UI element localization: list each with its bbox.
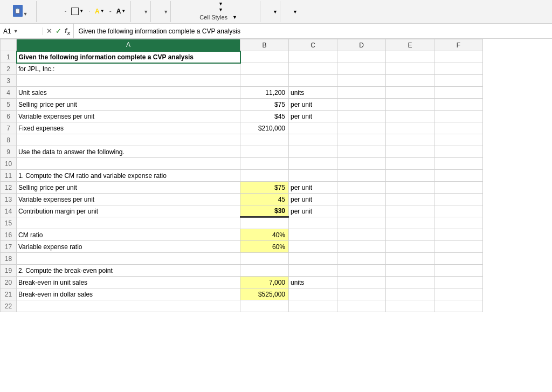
cell-16-c[interactable]: [289, 229, 337, 241]
col-header-c[interactable]: C: [289, 39, 337, 51]
cell-14-d[interactable]: [337, 205, 386, 217]
cell-21-c[interactable]: [289, 288, 337, 300]
cell-20-c[interactable]: units: [289, 277, 337, 288]
cell-14-e[interactable]: [386, 205, 434, 217]
number-button[interactable]: [156, 11, 162, 13]
cell-10-f[interactable]: [434, 158, 483, 170]
col-header-e[interactable]: E: [386, 39, 434, 51]
cell-6-a[interactable]: Variable expenses per unit: [17, 111, 240, 122]
cell-7-f[interactable]: [434, 122, 483, 134]
alignment-button[interactable]: [136, 11, 142, 13]
cell-20-d[interactable]: [337, 277, 386, 288]
cell-2-a[interactable]: for JPL, Inc.:: [17, 63, 240, 75]
cell-19-e[interactable]: [386, 265, 434, 277]
font-color-button[interactable]: A ▼: [114, 6, 129, 17]
cell-15-d[interactable]: [337, 217, 386, 229]
cell-13-f[interactable]: [434, 194, 483, 205]
cell-17-f[interactable]: [434, 241, 483, 253]
cell-22-b[interactable]: [240, 300, 289, 312]
cell-9-c[interactable]: [289, 146, 337, 158]
cell-1-b[interactable]: [240, 51, 289, 63]
cell-6-e[interactable]: [386, 111, 434, 122]
cell-7-d[interactable]: [337, 122, 386, 134]
insert-function-icon[interactable]: fx: [65, 26, 70, 36]
cell-2-c[interactable]: [289, 63, 337, 75]
cell-6-c[interactable]: per unit: [289, 111, 337, 122]
cell-16-b[interactable]: 40%: [240, 229, 289, 241]
cell-14-f[interactable]: [434, 205, 483, 217]
cell-4-e[interactable]: [386, 87, 434, 99]
cell-18-c[interactable]: [289, 253, 337, 265]
cell-11-a[interactable]: 1. Compute the CM ratio and variable exp…: [17, 170, 240, 182]
cell-18-b[interactable]: [240, 253, 289, 265]
cell-22-a[interactable]: [17, 300, 240, 312]
cell-7-a[interactable]: Fixed expenses: [17, 122, 240, 134]
cell-4-a[interactable]: Unit sales: [17, 87, 240, 99]
cell-10-b[interactable]: [240, 158, 289, 170]
cancel-formula-icon[interactable]: ✕: [46, 27, 52, 35]
cell-6-b[interactable]: $45: [240, 111, 289, 122]
cell-8-e[interactable]: [386, 134, 434, 146]
cell-12-c[interactable]: per unit: [289, 182, 337, 194]
underline-button[interactable]: [57, 10, 63, 13]
cell-7-c[interactable]: [289, 122, 337, 134]
cell-5-d[interactable]: [337, 99, 386, 111]
cell-20-f[interactable]: [434, 277, 483, 288]
cell-7-e[interactable]: [386, 122, 434, 134]
cell-11-d[interactable]: [337, 170, 386, 182]
confirm-formula-icon[interactable]: ✓: [56, 27, 61, 35]
cell-19-d[interactable]: [337, 265, 386, 277]
cell-8-c[interactable]: [289, 134, 337, 146]
bold-button[interactable]: [42, 10, 47, 13]
cell-4-d[interactable]: [337, 87, 386, 99]
cell-4-c[interactable]: units: [289, 87, 337, 99]
cell-9-a[interactable]: Use the data to answer the following.: [17, 146, 240, 158]
cell-2-f[interactable]: [434, 63, 483, 75]
cell-3-e[interactable]: [386, 75, 434, 87]
paste-button[interactable]: 📋 ▼: [10, 4, 31, 18]
cell-13-a[interactable]: Variable expenses per unit: [17, 194, 240, 205]
cell-22-d[interactable]: [337, 300, 386, 312]
cell-5-f[interactable]: [434, 99, 483, 111]
cell-7-b[interactable]: $210,000: [240, 122, 289, 134]
cell-13-c[interactable]: per unit: [289, 194, 337, 205]
cell-4-b[interactable]: 11,200: [240, 87, 289, 99]
cell-5-c[interactable]: per unit: [289, 99, 337, 111]
cell-14-b[interactable]: $30: [240, 205, 289, 217]
cell-8-a[interactable]: [17, 134, 240, 146]
format-as-table-button[interactable]: [211, 9, 216, 11]
cell-16-a[interactable]: CM ratio: [17, 229, 240, 241]
cell-15-f[interactable]: [434, 217, 483, 229]
cell-3-a[interactable]: [17, 75, 240, 87]
cell-13-d[interactable]: [337, 194, 386, 205]
col-header-b[interactable]: B: [240, 39, 289, 51]
cell-18-f[interactable]: [434, 253, 483, 265]
cell-1-c[interactable]: [289, 51, 337, 63]
cell-21-a[interactable]: Break-even in dollar sales: [17, 288, 240, 300]
cell-22-f[interactable]: [434, 300, 483, 312]
cell-12-b[interactable]: $75: [240, 182, 289, 194]
cell-4-f[interactable]: [434, 87, 483, 99]
cell-20-e[interactable]: [386, 277, 434, 288]
cell-9-b[interactable]: [240, 146, 289, 158]
border-button[interactable]: ▼: [68, 6, 86, 17]
cell-17-a[interactable]: Variable expense ratio: [17, 241, 240, 253]
cell-17-b[interactable]: 60%: [240, 241, 289, 253]
cell-15-a[interactable]: [17, 217, 240, 229]
cell-1-f[interactable]: [434, 51, 483, 63]
cell-10-c[interactable]: [289, 158, 337, 170]
cell-13-e[interactable]: [386, 194, 434, 205]
cell-3-f[interactable]: [434, 75, 483, 87]
cell-11-f[interactable]: [434, 170, 483, 182]
cell-2-b[interactable]: [240, 63, 289, 75]
cell-5-a[interactable]: Selling price per unit: [17, 99, 240, 111]
cell-15-e[interactable]: [386, 217, 434, 229]
cell-1-a[interactable]: Given the following information complete…: [17, 51, 240, 63]
cell-15-b[interactable]: [240, 217, 289, 229]
cell-9-d[interactable]: [337, 146, 386, 158]
cell-10-d[interactable]: [337, 158, 386, 170]
cell-11-c[interactable]: [289, 170, 337, 182]
cell-9-f[interactable]: [434, 146, 483, 158]
cell-19-f[interactable]: [434, 265, 483, 277]
cell-21-e[interactable]: [386, 288, 434, 300]
